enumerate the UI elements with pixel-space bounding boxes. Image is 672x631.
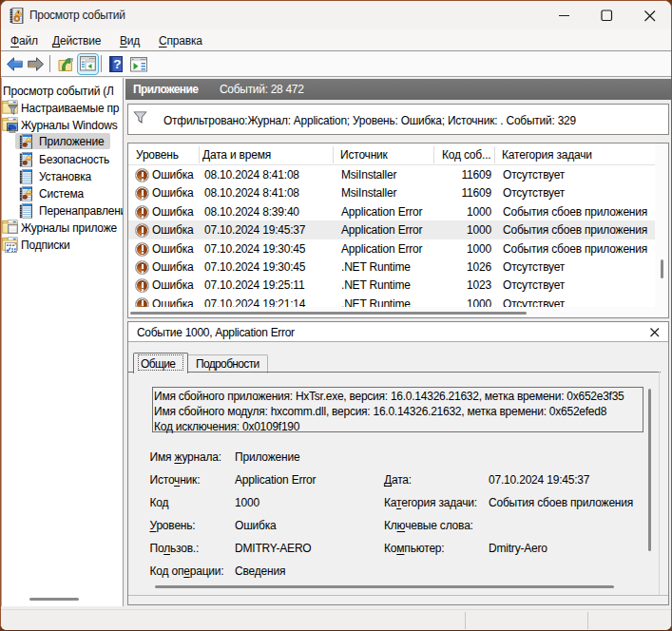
svg-text:?: ? [113, 57, 121, 71]
